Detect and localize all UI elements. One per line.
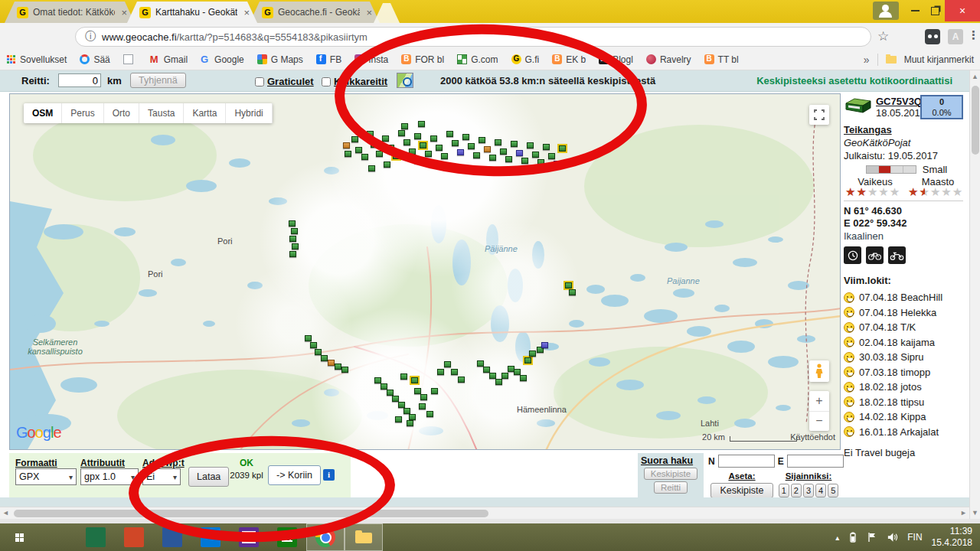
cache-marker[interactable] bbox=[521, 158, 528, 164]
cache-marker[interactable] bbox=[398, 130, 405, 136]
search-route-button[interactable]: Reitti bbox=[654, 481, 688, 494]
action-center-flag-icon[interactable] bbox=[867, 532, 877, 543]
map-layer-button[interactable]: OSM bbox=[24, 103, 62, 123]
cache-marker[interactable] bbox=[411, 377, 418, 383]
bookmark-item[interactable]: Sää bbox=[80, 54, 109, 65]
cache-marker[interactable] bbox=[505, 156, 512, 162]
format-select[interactable]: GPX▾ bbox=[15, 468, 77, 485]
cache-marker[interactable] bbox=[514, 369, 521, 375]
cache-marker[interactable] bbox=[403, 139, 410, 145]
bookmarks-overflow-icon[interactable]: » bbox=[864, 54, 870, 66]
e-input[interactable] bbox=[787, 455, 844, 468]
cache-marker[interactable] bbox=[420, 394, 427, 400]
taskbar-app-button[interactable] bbox=[38, 523, 77, 551]
close-button[interactable]: × bbox=[945, 0, 980, 21]
cache-marker[interactable] bbox=[541, 342, 548, 348]
bookmark-item[interactable]: G Maps bbox=[257, 54, 303, 65]
cache-marker[interactable] bbox=[431, 388, 438, 394]
cache-marker[interactable] bbox=[393, 153, 400, 159]
volume-icon[interactable] bbox=[887, 532, 898, 543]
cache-marker[interactable] bbox=[387, 390, 394, 396]
cache-marker[interactable] bbox=[475, 168, 482, 174]
cache-marker[interactable] bbox=[392, 396, 399, 402]
cache-marker[interactable] bbox=[355, 147, 362, 153]
tab-close-icon[interactable]: × bbox=[119, 7, 129, 18]
cache-marker[interactable] bbox=[511, 141, 518, 147]
bookmark-item[interactable]: Blogl bbox=[599, 54, 633, 65]
map-layer-button[interactable]: Perus bbox=[62, 103, 103, 123]
cache-marker[interactable] bbox=[430, 161, 436, 168]
cache-marker[interactable] bbox=[403, 408, 410, 414]
cache-marker[interactable] bbox=[520, 375, 527, 381]
cache-marker[interactable] bbox=[529, 350, 536, 357]
search-center-button[interactable]: Keskipiste bbox=[644, 468, 697, 480]
cache-marker[interactable] bbox=[489, 373, 496, 379]
cache-marker[interactable] bbox=[495, 139, 501, 145]
log-entry[interactable]: 07.04.18 T/K bbox=[844, 320, 969, 335]
cache-marker[interactable] bbox=[495, 379, 502, 385]
cache-marker[interactable] bbox=[376, 151, 383, 157]
graticules-label[interactable]: Graticulet bbox=[267, 76, 314, 87]
horizontal-scroll-thumb[interactable] bbox=[14, 510, 488, 517]
taskbar-app-button[interactable] bbox=[268, 523, 306, 551]
cache-marker[interactable] bbox=[414, 388, 421, 394]
cache-marker[interactable] bbox=[441, 153, 448, 159]
cache-marker[interactable] bbox=[419, 403, 426, 409]
gc-code-link[interactable]: GC75V3Q bbox=[876, 96, 922, 107]
cache-marker[interactable] bbox=[554, 161, 560, 167]
cache-marker[interactable] bbox=[387, 145, 394, 151]
browser-tab[interactable]: G Geocache.fi - Geokätköil × bbox=[250, 2, 380, 23]
profile-icon[interactable] bbox=[873, 2, 899, 20]
cache-marker[interactable] bbox=[458, 377, 465, 383]
taskbar-app-button[interactable] bbox=[77, 523, 115, 551]
log-entry[interactable]: 07.03.18 timopp bbox=[844, 365, 969, 380]
bookmark-item[interactable]: Gmail bbox=[150, 54, 188, 65]
map-layer-button[interactable]: Orto bbox=[104, 103, 139, 123]
cache-marker[interactable] bbox=[425, 151, 432, 157]
cache-marker[interactable] bbox=[351, 136, 358, 142]
taskbar-app-button[interactable] bbox=[230, 523, 268, 551]
vertical-scrollbar[interactable]: ▲ ▼ bbox=[969, 70, 980, 519]
taskbar-app-button[interactable] bbox=[153, 523, 191, 551]
browser-tab[interactable]: G Karttahaku - Geokätköily × bbox=[127, 2, 257, 23]
taskbar-app-button[interactable] bbox=[191, 523, 230, 551]
browser-menu-icon[interactable]: ⋮ bbox=[968, 28, 979, 42]
cache-marker[interactable] bbox=[460, 165, 467, 171]
taskbar-clock[interactable]: 11:39 15.4.2018 bbox=[932, 526, 972, 549]
terms-link[interactable]: Käyttöehdot bbox=[790, 432, 835, 442]
bookmark-item[interactable]: Ravelry bbox=[646, 54, 691, 65]
cache-marker[interactable] bbox=[335, 364, 341, 370]
cache-marker[interactable] bbox=[489, 155, 496, 161]
cache-marker[interactable] bbox=[437, 369, 444, 375]
cache-marker[interactable] bbox=[368, 165, 375, 171]
browser-tab[interactable]: G Omat tiedot: Kätkökorit × bbox=[5, 2, 135, 23]
motorcycle-icon[interactable] bbox=[888, 246, 906, 264]
cache-marker[interactable] bbox=[444, 361, 451, 367]
cache-marker[interactable] bbox=[401, 123, 408, 129]
vertical-scroll-thumb[interactable] bbox=[972, 86, 979, 155]
cache-marker[interactable] bbox=[420, 142, 426, 148]
map[interactable]: PoriPoriSelkämeren kansallispuistoPäijän… bbox=[9, 93, 841, 450]
cache-marker[interactable] bbox=[543, 144, 550, 150]
cache-marker[interactable] bbox=[477, 360, 484, 367]
tray-expand-icon[interactable]: ▴ bbox=[835, 533, 839, 542]
cache-marker[interactable] bbox=[452, 140, 459, 146]
google-logo[interactable]: Google bbox=[16, 424, 61, 442]
bicycle-icon[interactable] bbox=[866, 246, 884, 264]
zoom-out-button[interactable]: − bbox=[809, 412, 829, 432]
slot-button[interactable]: 3 bbox=[803, 484, 814, 497]
scroll-down-icon[interactable]: ▼ bbox=[972, 509, 978, 517]
other-bookmarks-label[interactable]: Muut kirjanmerkit bbox=[904, 54, 974, 65]
map-preview-icon[interactable] bbox=[397, 73, 413, 88]
bookmark-item[interactable]: G.com bbox=[457, 54, 498, 65]
cache-marker[interactable] bbox=[292, 243, 299, 249]
bookmark-item[interactable]: FOR bl bbox=[401, 54, 444, 65]
horizontal-scrollbar[interactable]: ◄ ► bbox=[0, 507, 969, 519]
minimize-button[interactable] bbox=[905, 1, 925, 21]
slot-button[interactable]: 5 bbox=[828, 484, 838, 497]
pdf-extension-icon[interactable]: A bbox=[948, 29, 963, 44]
home-coordinates-status[interactable]: Keskipisteeksi asetettu kotikoordinaatti… bbox=[756, 75, 952, 86]
slot-button[interactable]: 2 bbox=[791, 484, 802, 497]
taskbar-app-button[interactable] bbox=[306, 523, 345, 551]
bookmark-item[interactable]: EK b bbox=[552, 54, 586, 65]
